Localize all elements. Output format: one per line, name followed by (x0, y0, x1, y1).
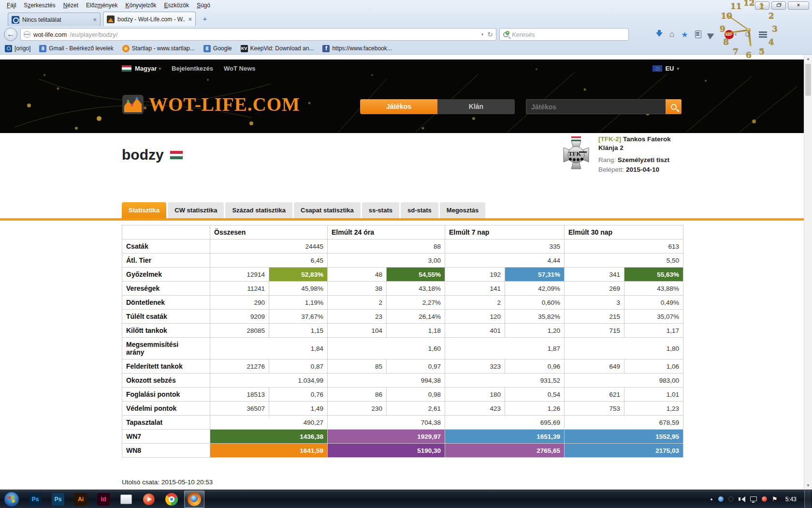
toggle-clan-button[interactable]: Klán (437, 99, 515, 114)
hidden-icons-caret[interactable]: ▲ (710, 497, 713, 501)
menubar-item[interactable]: Súgó (193, 0, 214, 10)
tab-megosztas[interactable]: Megosztás (440, 202, 485, 218)
volume-icon[interactable] (739, 496, 745, 502)
stat-cell: 230 (328, 402, 387, 416)
wotlife-logo-icon (122, 94, 144, 115)
taskbar-apps: Ps Ps Ai Id (25, 491, 204, 508)
taskbar-clock[interactable]: 5:43 (785, 496, 797, 503)
illustrator-icon[interactable]: Ai (71, 491, 91, 508)
menubar-item[interactable]: Szerkesztés (20, 0, 59, 10)
site-logo[interactable]: WOT-LIFE.COM (122, 93, 300, 115)
tray-update-icon[interactable] (718, 496, 724, 502)
col-header: Összesen (210, 225, 328, 239)
indesign-icon[interactable]: Id (93, 491, 114, 508)
tray-antivirus-icon[interactable] (762, 496, 767, 502)
firefox-icon[interactable] (184, 491, 204, 508)
show-desktop-button[interactable] (804, 490, 811, 508)
bookmark-gmail[interactable]: 8Gmail - Beérkező levelek (39, 45, 113, 52)
bookmark-keepvid[interactable]: KVKeepVid: Download an... (241, 45, 314, 52)
bookmark-star-icon[interactable]: ★ (681, 30, 688, 39)
reload-icon[interactable]: ↻ (487, 30, 493, 38)
stat-cell-highlight: 1641,59 (210, 444, 328, 458)
login-link[interactable]: Bejelentkezés (172, 65, 213, 72)
tab-close-icon[interactable]: × (93, 16, 97, 23)
menubar-item[interactable]: Nézet (59, 0, 82, 10)
url-bar[interactable]: wot-life.com /eu/player/bodzy/ ▾ ↻ (20, 28, 496, 41)
bookmark-origo[interactable]: [origo] (5, 45, 30, 52)
stat-cell-highlight: 52,83% (269, 268, 328, 282)
row-label: Csaták (122, 239, 210, 254)
send-icon[interactable] (707, 29, 719, 39)
action-center-icon[interactable]: ⚑ (772, 495, 778, 503)
minimize-button[interactable]: – (755, 1, 769, 10)
browser-tab-origo[interactable]: Nincs telitalálat × (8, 13, 101, 26)
adblock-icon[interactable]: ABP (725, 30, 734, 39)
home-icon[interactable]: ⌂ (669, 30, 674, 39)
stat-cell: 1,06 (624, 359, 683, 374)
row-label: Túlélt csaták (122, 310, 210, 324)
menubar-item[interactable]: Előzmények (82, 0, 121, 10)
clipboard-icon[interactable] (695, 30, 701, 38)
start-button[interactable] (4, 492, 19, 507)
network-icon[interactable] (750, 496, 757, 501)
url-dropdown-icon[interactable]: ▾ (481, 32, 484, 37)
tab-close-icon[interactable]: × (188, 15, 192, 23)
clan-title[interactable]: [TFK-2] Tankos Faterok Klánja 2 (598, 135, 684, 152)
player-search-button[interactable] (666, 99, 682, 114)
stat-cell: 35,07% (624, 310, 683, 324)
close-button[interactable]: × (788, 1, 809, 10)
chrome-icon[interactable] (161, 491, 182, 508)
app-window-icon[interactable] (116, 491, 136, 508)
language-selector[interactable]: Magyar ▾ (122, 65, 161, 72)
tray-app-icon[interactable] (728, 496, 734, 502)
menubar-item[interactable]: Könyvjelzők (121, 0, 160, 10)
bookmark-facebook[interactable]: fhttps://www.facebook... (322, 45, 392, 52)
toggle-player-button[interactable]: Játékos (360, 99, 437, 114)
stat-cell: 1,80 (565, 338, 683, 359)
search-icon[interactable]: + (503, 32, 508, 37)
desktop-screen: FájlSzerkesztésNézetElőzményekKönyvjelző… (0, 0, 812, 508)
tab-cw-statisztika[interactable]: CW statisztika (168, 202, 224, 218)
wot-news-link[interactable]: WoT News (224, 65, 256, 72)
media-player-icon[interactable] (139, 491, 159, 508)
clan-emblem[interactable]: TFK (561, 135, 592, 174)
browser-search-box[interactable]: + Keresés (499, 28, 629, 41)
stat-cell: 0,96 (505, 359, 565, 374)
tab-statisztika[interactable]: Statisztika (122, 202, 166, 218)
tab-csapat-statisztika[interactable]: Csapat statisztika (294, 202, 361, 218)
wotlife-favicon (107, 15, 115, 23)
emoji-addon-icon[interactable]: ☺ (743, 30, 752, 39)
stat-cell: 45,98% (269, 282, 328, 296)
menubar-item[interactable]: Eszközök (160, 0, 193, 10)
tab-szazad-statisztika[interactable]: Század statisztika (225, 202, 292, 218)
region-selector[interactable]: EU ▾ (652, 65, 679, 72)
tab-ss-stats[interactable]: ss-stats (362, 202, 399, 218)
tab-sd-stats[interactable]: sd-stats (401, 202, 438, 218)
menubar-item[interactable]: Fájl (3, 0, 20, 10)
stat-cell: 2,27% (387, 296, 445, 310)
stat-cell: 983,00 (565, 374, 683, 388)
bookmark-startlap[interactable]: Startlap - www.startlap... (122, 45, 195, 52)
scrollbar-thumb[interactable] (805, 64, 811, 96)
site-globe-icon (24, 31, 30, 38)
stat-cell: 37,67% (269, 310, 328, 324)
restore-button[interactable] (771, 1, 786, 10)
bookmark-google[interactable]: 8Google (203, 45, 232, 52)
scroll-down-icon[interactable]: ▼ (804, 481, 812, 490)
stat-cell: 1,26 (505, 402, 565, 416)
scroll-up-icon[interactable]: ▲ (804, 55, 812, 63)
photoshop-icon[interactable]: Ps (25, 491, 45, 508)
language-label: Magyar (135, 65, 157, 72)
back-button[interactable]: ← (4, 28, 17, 41)
menu-hamburger-icon[interactable] (759, 31, 767, 38)
browser-tab-wotlife[interactable]: bodzy - Wot-Life.com - W... × (103, 12, 196, 26)
clan-info: TFK [TFK-2] Tankos Faterok Klánja 2 Rang… (561, 135, 720, 174)
new-tab-button[interactable]: + (198, 14, 212, 25)
downloads-icon[interactable] (656, 32, 663, 37)
vertical-scrollbar[interactable]: ▲ ▼ (804, 55, 812, 490)
adblock-dropdown-icon[interactable]: ▾ (735, 32, 737, 37)
photoshop-icon-2[interactable]: Ps (48, 491, 68, 508)
stat-cell: 42,09% (505, 282, 565, 296)
player-search-input[interactable] (526, 99, 666, 114)
windows-logo-icon (8, 495, 15, 503)
